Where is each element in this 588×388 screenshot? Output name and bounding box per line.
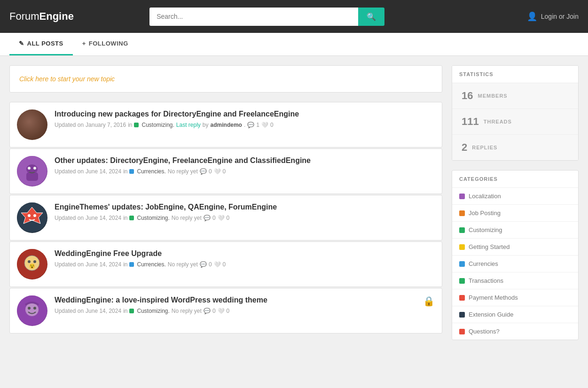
category-name: Customizing.: [137, 215, 169, 221]
threads-label: THREADS: [484, 119, 512, 124]
post-title[interactable]: WeddingEngine Free Upgrade: [55, 249, 435, 259]
updated-prefix: Updated on: [55, 168, 84, 175]
svg-rect-2: [26, 172, 38, 181]
post-meta: Updated on January 7, 2016 in Customizin…: [55, 122, 435, 128]
category-item-customizing[interactable]: Customizing: [452, 221, 578, 238]
sidebar: STATISTICS 16 MEMBERS 111 THREADS 2 REPL…: [452, 65, 579, 340]
svg-point-11: [28, 260, 31, 263]
post-meta: Updated on June 14, 2024 in Customizing.…: [55, 215, 435, 221]
category-dot: [459, 261, 465, 267]
post-meta: Updated on June 14, 2024 in Currencies. …: [55, 261, 435, 268]
svg-point-15: [25, 303, 39, 316]
all-posts-label: ALL POSTS: [27, 40, 63, 47]
post-title[interactable]: Introducing new packages for DirectoryEn…: [55, 109, 435, 119]
login-join-button[interactable]: 👤 Login or Join: [527, 11, 579, 22]
in-label: in: [123, 308, 127, 314]
nav-tabs: ✎ ALL POSTS + FOLLOWING: [0, 33, 588, 56]
updated-prefix: Updated on: [55, 122, 84, 128]
category-item-transactions[interactable]: Transactions: [452, 272, 578, 289]
avatar-graphic: [17, 156, 47, 186]
stats-section: STATISTICS 16 MEMBERS 111 THREADS 2 REPL…: [452, 65, 579, 161]
edit-icon: ✎: [19, 40, 24, 47]
category-label: Customizing: [469, 226, 502, 233]
category-item-extension-guide[interactable]: Extension Guide: [452, 306, 578, 323]
category-item-questions[interactable]: Questions?: [452, 323, 578, 340]
main-content: Click here to start your new topic Intro…: [9, 65, 442, 340]
new-topic-link[interactable]: Click here to start your new topic: [19, 75, 115, 83]
category-name: Customizing.: [137, 308, 169, 314]
reply-count: 0: [209, 168, 212, 175]
category-item-currencies[interactable]: Currencies: [452, 255, 578, 272]
category-name: Currencies.: [137, 261, 165, 268]
list-item: EngineThemes' updates: JobEngine, QAEngi…: [9, 195, 442, 241]
like-icon: 🤍: [218, 308, 225, 314]
category-item-localization[interactable]: Localization: [452, 187, 578, 204]
reply-user: admindemo: [211, 122, 242, 128]
replies-stat: 2 REPLIES: [452, 134, 578, 160]
post-body: WeddingEngine Free Upgrade Updated on Ju…: [55, 249, 435, 268]
category-label: Getting Started: [469, 243, 510, 250]
category-color-tag: [129, 216, 134, 220]
search-wrap: 🔍: [149, 8, 384, 26]
category-item-payment-methods[interactable]: Payment Methods: [452, 289, 578, 306]
reply-count: 1: [256, 122, 259, 128]
no-reply: No reply yet: [168, 168, 198, 175]
updated-date: January 7, 2016: [86, 122, 126, 128]
category-item-job-posting[interactable]: Job Posting: [452, 204, 578, 221]
category-dot: [459, 312, 465, 318]
like-icon: 🤍: [214, 168, 221, 175]
category-left: Job Posting: [459, 210, 501, 217]
content-wrap: Click here to start your new topic Intro…: [0, 56, 588, 349]
updated-date: June 14, 2024: [86, 168, 121, 175]
following-label: FOLLOWING: [89, 40, 128, 47]
updated-prefix: Updated on: [55, 215, 84, 221]
last-reply-link[interactable]: Last reply: [176, 122, 201, 128]
in-label: in: [123, 215, 127, 221]
category-left: Localization: [459, 193, 501, 200]
tab-all-posts[interactable]: ✎ ALL POSTS: [9, 33, 73, 55]
updated-prefix: Updated on: [55, 261, 84, 268]
post-title[interactable]: EngineThemes' updates: JobEngine, QAEngi…: [55, 202, 435, 212]
like-icon: 🤍: [218, 215, 225, 221]
in-label: in: [128, 122, 132, 128]
svg-point-12: [33, 260, 36, 263]
avatar-graphic: 😵: [17, 249, 47, 279]
category-left: Questions?: [459, 328, 500, 335]
category-left: Extension Guide: [459, 311, 513, 318]
members-label: MEMBERS: [478, 93, 507, 99]
reply-count: 0: [212, 308, 216, 314]
category-dot: [459, 210, 465, 216]
plus-icon: +: [82, 40, 86, 47]
avatar-graphic: [17, 295, 47, 326]
category-label: Currencies: [469, 260, 498, 267]
post-title[interactable]: Other updates: DirectoryEngine, Freelanc…: [55, 156, 435, 166]
search-input[interactable]: [149, 8, 358, 26]
like-icon: 🤍: [261, 122, 268, 128]
reply-icon: 💬: [247, 122, 254, 128]
like-count: 0: [223, 261, 226, 268]
tab-following[interactable]: + FOLLOWING: [73, 33, 138, 55]
category-color-tag: [129, 262, 134, 267]
like-count: 0: [227, 308, 230, 314]
post-title[interactable]: WeddingEngine: a love-inspired WordPress…: [55, 295, 416, 305]
list-item: WeddingEngine: a love-inspired WordPress…: [9, 288, 442, 334]
category-color-tag: [134, 123, 139, 127]
new-topic-bar[interactable]: Click here to start your new topic: [9, 65, 442, 93]
by-label: by: [203, 122, 209, 128]
stats-header: STATISTICS: [452, 66, 578, 83]
reply-icon: 💬: [204, 215, 211, 221]
lock-icon: 🔒: [423, 295, 435, 307]
members-stat: 16 MEMBERS: [452, 83, 578, 109]
post-meta: Updated on June 14, 2024 in Currencies. …: [55, 168, 435, 175]
category-item-getting-started[interactable]: Getting Started: [452, 238, 578, 255]
avatar-graphic: [17, 202, 47, 233]
search-button[interactable]: 🔍: [358, 8, 384, 26]
threads-count: 111: [462, 116, 479, 128]
post-body: Other updates: DirectoryEngine, Freelanc…: [55, 156, 435, 175]
category-name: Customizing.: [141, 122, 174, 128]
logo: ForumEngine: [9, 10, 74, 23]
category-left: Currencies: [459, 260, 498, 267]
post-body: WeddingEngine: a love-inspired WordPress…: [55, 295, 416, 314]
list-item: 😵 WeddingEngine Free Upgrade Updated on …: [9, 241, 442, 287]
svg-point-3: [28, 167, 31, 170]
